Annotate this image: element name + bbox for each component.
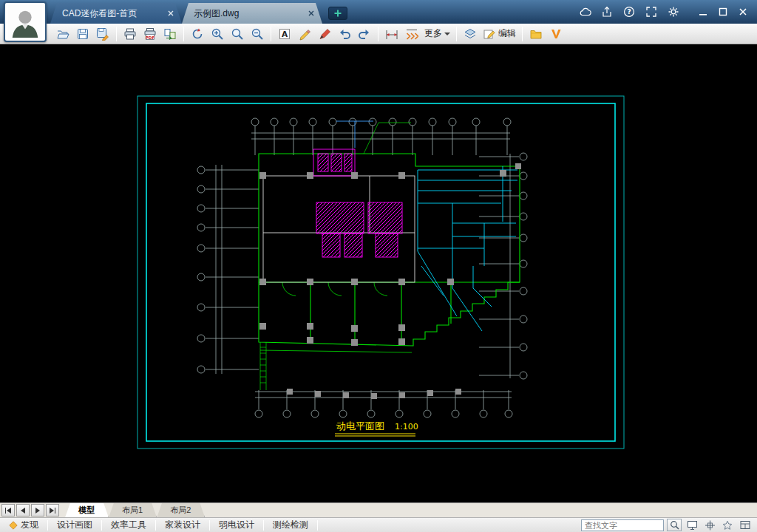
settings-button[interactable] xyxy=(665,4,682,20)
sheet-tab-layout2[interactable]: 布局2 xyxy=(157,503,205,518)
statusbar-item-survey-detect[interactable]: 测绘检测 xyxy=(264,518,317,532)
more-label: 更多 xyxy=(424,27,442,40)
print-pdf-button[interactable]: PDF xyxy=(140,25,160,43)
zoom-in-button[interactable] xyxy=(208,25,227,43)
toolbar-separator xyxy=(116,27,117,41)
pencil-tool-button[interactable] xyxy=(295,25,314,43)
save-icon xyxy=(76,27,89,41)
fullscreen-button[interactable] xyxy=(642,4,660,20)
more-button[interactable]: 更多 xyxy=(422,25,452,43)
sheet-tab-layout1[interactable]: 布局1 xyxy=(109,503,157,518)
measure-batch-button[interactable] xyxy=(402,25,421,43)
next-sheet-icon xyxy=(34,507,41,514)
cad-drawing: 动电平面图 1:100 xyxy=(0,44,757,502)
minimize-button[interactable] xyxy=(693,4,713,20)
status-bar: 发现 设计画图 效率工具 家装设计 弱电设计 测绘检测 xyxy=(0,517,757,532)
zoom-extents-button[interactable] xyxy=(228,25,247,43)
undo-icon xyxy=(338,27,351,41)
zoom-icon xyxy=(231,27,244,41)
save-button[interactable] xyxy=(73,25,92,43)
tab-document[interactable]: 示例图.dwg xyxy=(182,3,322,24)
zoom-out-button[interactable] xyxy=(248,25,267,43)
main-toolbar: PDF A xyxy=(0,24,757,44)
statusbar-item-home-design[interactable]: 家装设计 xyxy=(156,518,209,532)
close-icon xyxy=(737,6,749,18)
v-brand-button[interactable] xyxy=(546,25,566,43)
text-a-icon: A xyxy=(278,27,291,41)
titlebar-actions: ? xyxy=(576,0,757,24)
print-button[interactable] xyxy=(120,25,140,43)
text-tool-button[interactable]: A xyxy=(275,25,294,43)
tab-home-close-icon[interactable] xyxy=(167,10,174,17)
crosshair-button[interactable] xyxy=(702,519,717,531)
statusbar-discover-label: 发现 xyxy=(21,519,38,531)
statusbar-item-design-draw[interactable]: 设计画图 xyxy=(48,518,101,532)
cloud-button[interactable] xyxy=(576,4,594,20)
tab-document-close-icon[interactable] xyxy=(308,10,315,17)
statusbar-right xyxy=(581,519,757,531)
rotate-view-button[interactable] xyxy=(188,25,207,43)
favorite-button[interactable] xyxy=(720,519,735,531)
drawing-canvas[interactable]: 动电平面图 1:100 xyxy=(0,44,757,502)
toolbar-separator xyxy=(456,27,457,41)
plus-icon xyxy=(333,9,342,18)
user-avatar[interactable] xyxy=(4,1,47,42)
avatar-person-icon xyxy=(8,5,42,39)
brush-tool-button[interactable] xyxy=(315,25,334,43)
measure-icon xyxy=(385,27,398,41)
redo-icon xyxy=(358,27,371,41)
layers-button[interactable] xyxy=(461,25,480,43)
svg-text:A: A xyxy=(282,30,288,38)
sheet-prev-button[interactable] xyxy=(16,504,30,516)
app-window: CAD迷你看图-首页 示例图.dwg ? xyxy=(0,0,757,532)
help-button[interactable]: ? xyxy=(620,4,638,20)
screen-mode-button[interactable] xyxy=(685,519,699,531)
v-logo-icon xyxy=(549,27,563,41)
crosshair-icon xyxy=(705,520,716,531)
window-controls xyxy=(693,4,753,20)
redo-button[interactable] xyxy=(355,25,374,43)
svg-text:PDF: PDF xyxy=(146,35,155,39)
brush-icon xyxy=(318,27,331,41)
tab-home-label: CAD迷你看图-首页 xyxy=(62,7,163,20)
new-tab-button[interactable] xyxy=(328,7,347,20)
undo-button[interactable] xyxy=(335,25,354,43)
statusbar-item-efficiency-tools[interactable]: 效率工具 xyxy=(102,518,155,532)
sheet-next-button[interactable] xyxy=(31,504,44,516)
statusbar-item-elv-design[interactable]: 弱电设计 xyxy=(210,518,263,532)
discover-diamond-icon xyxy=(9,521,18,530)
sheet-tab-layout2-label: 布局2 xyxy=(170,505,191,516)
sheet-tabs: 模型 布局1 布局2 xyxy=(65,503,205,518)
edit-button[interactable]: 编辑 xyxy=(481,25,518,43)
measure-button[interactable] xyxy=(382,25,401,43)
share-button[interactable] xyxy=(598,4,616,20)
sheet-tab-model[interactable]: 模型 xyxy=(65,503,109,518)
save-as-icon xyxy=(96,27,109,41)
panels-icon xyxy=(740,520,750,530)
tab-document-label: 示例图.dwg xyxy=(194,7,303,20)
pencil-icon xyxy=(298,27,311,41)
convert-button[interactable] xyxy=(160,25,180,43)
save-as-button[interactable] xyxy=(93,25,112,43)
cloud-icon xyxy=(579,6,591,18)
layers-icon xyxy=(464,27,477,41)
toolbar-separator xyxy=(378,27,378,41)
close-button[interactable] xyxy=(733,4,753,20)
tab-strip: CAD迷你看图-首页 示例图.dwg xyxy=(50,0,347,24)
panel-layout-button[interactable] xyxy=(738,519,753,531)
tab-home[interactable]: CAD迷你看图-首页 xyxy=(50,3,182,24)
toolbar-separator xyxy=(271,27,271,41)
chevron-down-icon xyxy=(444,33,450,35)
sheet-last-button[interactable] xyxy=(46,504,59,516)
open-button[interactable] xyxy=(53,25,72,43)
drawing-scale-text: 1:100 xyxy=(395,422,418,432)
statusbar-discover[interactable]: 发现 xyxy=(0,518,47,532)
cloud-folder-button[interactable] xyxy=(526,25,546,43)
search-icon xyxy=(670,520,679,530)
search-button[interactable] xyxy=(667,519,682,531)
find-text-input[interactable] xyxy=(581,519,664,531)
statusbar-separator xyxy=(317,520,318,531)
share-icon xyxy=(601,6,613,18)
sheet-first-button[interactable] xyxy=(1,504,15,516)
maximize-button[interactable] xyxy=(713,4,733,20)
